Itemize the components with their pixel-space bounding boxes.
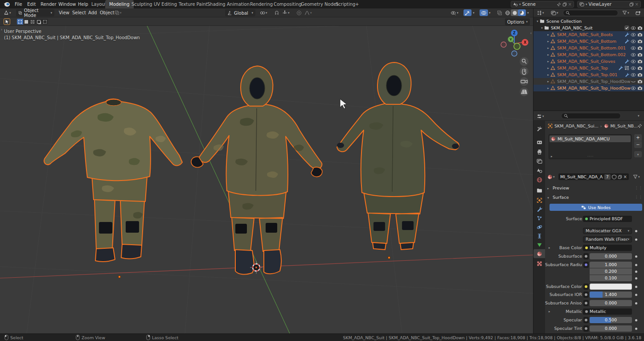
- panel-surface[interactable]: ▾ Surface ⋮⋮: [545, 194, 644, 201]
- expand-icon[interactable]: ▸: [546, 80, 550, 83]
- tab-object-data[interactable]: [533, 240, 545, 249]
- tab-render[interactable]: [533, 138, 545, 147]
- snap-toggle[interactable]: [273, 9, 281, 16]
- hide-eye-icon[interactable]: [631, 66, 636, 71]
- distribution-dropdown[interactable]: Multiscatter GGX ▾: [583, 228, 632, 234]
- material-name[interactable]: MI_Suit_NBC_ADA_A...: [560, 174, 603, 179]
- hide-eye-icon[interactable]: [631, 32, 636, 37]
- menu-file[interactable]: File: [12, 0, 25, 8]
- specular-socket[interactable]: [583, 317, 589, 323]
- spec-tint-socket[interactable]: [583, 325, 589, 332]
- outliner-row-gloves[interactable]: ▸ SKM_ADA_NBC_Suit_Gloves: [533, 58, 644, 65]
- gizmo-dropdown[interactable]: ▾: [472, 9, 476, 16]
- tab-particles[interactable]: [533, 214, 545, 222]
- add-workspace-button[interactable]: +: [351, 0, 363, 8]
- use-nodes-button[interactable]: Use Nodes: [550, 204, 642, 211]
- object-name[interactable]: SKM_ADA_NBC_Suit_Bottom: [557, 39, 624, 44]
- object-name[interactable]: SKM_ADA_NBC_Suit_Bottom.001: [557, 45, 631, 50]
- show-object-types-dropdown[interactable]: ▾: [449, 9, 460, 16]
- object-name[interactable]: SKM_ADA_NBC_Suit_Top_HoodDow: [557, 79, 631, 84]
- blender-logo-icon[interactable]: [3, 1, 10, 7]
- select-mode-invert[interactable]: [36, 19, 42, 25]
- shading-material-preview-button[interactable]: [518, 9, 526, 16]
- hide-eye-icon[interactable]: [631, 45, 636, 51]
- tab-scene[interactable]: [533, 166, 545, 175]
- tab-world[interactable]: [533, 175, 545, 184]
- tab-collection[interactable]: [533, 186, 545, 195]
- suit-middle[interactable]: [191, 66, 322, 274]
- gizmo-minus-z-axis[interactable]: [512, 51, 517, 56]
- surface-shader-field[interactable]: Principled BSDF: [583, 216, 632, 222]
- viewlayer-name[interactable]: ViewLayer: [589, 2, 628, 7]
- camera-visibility-icon[interactable]: [637, 32, 643, 37]
- material-slot-selected[interactable]: MI_Suit_NBC_ADA_AMCU: [550, 136, 631, 142]
- animate-dot[interactable]: [635, 328, 637, 330]
- tab-constraints[interactable]: [533, 231, 545, 240]
- chevron-down-icon[interactable]: ▾: [586, 3, 587, 6]
- hidden-eye-closed-icon[interactable]: [631, 79, 636, 84]
- subsurface-aniso-slider[interactable]: 0.000: [590, 300, 632, 306]
- expand-icon[interactable]: ▸: [546, 86, 550, 90]
- camera-visibility-icon[interactable]: [637, 59, 643, 64]
- animate-dot[interactable]: [635, 271, 637, 273]
- subsurface-slider[interactable]: 0.000: [590, 253, 632, 259]
- sidebar-collapse-icon[interactable]: ‹: [530, 31, 532, 35]
- add-slot-button[interactable]: +: [634, 134, 642, 141]
- chevron-down-icon[interactable]: ▾: [519, 3, 521, 6]
- new-material-icon[interactable]: [618, 175, 622, 179]
- sss-method-dropdown[interactable]: Random Walk (Fixed R... ▾: [583, 236, 632, 242]
- select-mode-new[interactable]: [17, 19, 23, 25]
- gizmo-minus-y-axis[interactable]: [514, 43, 520, 49]
- expand-icon[interactable]: ▸: [546, 60, 550, 63]
- select-mode-subtract[interactable]: [29, 19, 36, 25]
- animate-dot[interactable]: [635, 294, 637, 296]
- properties-editor-type-button[interactable]: ▾: [535, 113, 546, 119]
- panel-preview[interactable]: ▸ Preview ⋮⋮: [545, 185, 644, 191]
- hide-eye-icon[interactable]: [631, 72, 636, 78]
- users-count-badge[interactable]: 7: [604, 174, 611, 180]
- radius-x-field[interactable]: 1.000: [590, 262, 632, 268]
- proportional-editing-toggle[interactable]: [295, 9, 303, 16]
- suit-left[interactable]: [44, 99, 182, 262]
- pivot-point-dropdown[interactable]: ▾: [258, 9, 269, 16]
- radius-z-field[interactable]: 0.100: [590, 275, 632, 281]
- new-scene-icon[interactable]: [562, 2, 567, 7]
- tab-texture[interactable]: [533, 259, 545, 268]
- outliner-row-bottom-002[interactable]: ▸ SKM_ADA_NBC_Suit_Bottom.002: [533, 51, 644, 58]
- ior-socket[interactable]: [583, 292, 589, 298]
- animate-dot[interactable]: [635, 302, 637, 304]
- aniso-socket[interactable]: [583, 300, 589, 306]
- subsurface-ior-slider[interactable]: 1.400: [590, 292, 632, 298]
- animate-dot[interactable]: [635, 255, 637, 258]
- hide-eye-icon[interactable]: [631, 39, 636, 44]
- outliner-row-bottom-001[interactable]: ▸ SKM_ADA_NBC_Suit_Bottom.001: [533, 45, 644, 51]
- animate-dot[interactable]: [635, 319, 637, 321]
- camera-visibility-icon[interactable]: [637, 52, 643, 58]
- suit-right[interactable]: [337, 62, 459, 250]
- expand-icon[interactable]: ▾: [540, 26, 544, 30]
- outliner-row-top-hooddown-hidden[interactable]: ▸ SKM_ADA_NBC_Suit_Top_HoodDow: [533, 78, 644, 85]
- pin-icon[interactable]: [637, 123, 642, 128]
- expand-icon[interactable]: ▸: [546, 33, 550, 37]
- browse-material-button[interactable]: ▾: [546, 173, 556, 180]
- animate-dot[interactable]: [635, 238, 637, 241]
- camera-visibility-icon[interactable]: [637, 39, 643, 44]
- mode-dropdown[interactable]: Object Mode ▾: [16, 9, 54, 16]
- tab-modifiers[interactable]: [533, 205, 545, 214]
- radius-y-field[interactable]: 0.200: [590, 268, 632, 275]
- expand-icon[interactable]: ▸: [546, 53, 550, 57]
- breadcrumb-object[interactable]: SKM_ADA_NBC_Sui...: [554, 123, 599, 128]
- base-color-field[interactable]: Multiply: [583, 245, 632, 251]
- select-mode-extend[interactable]: [23, 19, 29, 25]
- scene-selector[interactable]: ▾ Scene ×: [511, 1, 574, 8]
- specular-tint-slider[interactable]: 0.000: [590, 325, 632, 332]
- gizmo-minus-x-axis[interactable]: [501, 42, 506, 47]
- tab-tool[interactable]: [533, 124, 545, 133]
- animate-dot[interactable]: [635, 230, 637, 232]
- properties-options-chevron[interactable]: ▾: [638, 114, 640, 118]
- tab-physics[interactable]: [533, 222, 545, 231]
- hide-eye-icon[interactable]: [631, 86, 636, 91]
- collection-name[interactable]: SKM_ADA_NBC_Suit: [551, 25, 624, 30]
- camera-visibility-icon[interactable]: [637, 25, 643, 31]
- navigation-gizmo[interactable]: Z X Y: [501, 30, 529, 57]
